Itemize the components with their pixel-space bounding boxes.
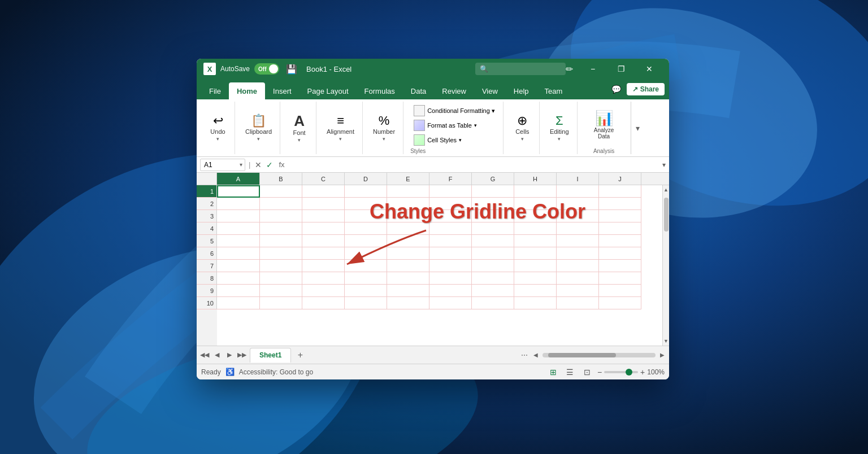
cell-f6[interactable] bbox=[429, 247, 472, 260]
zoom-slider[interactable] bbox=[604, 371, 638, 373]
h-scroll-menu[interactable]: ⋯ bbox=[520, 351, 529, 360]
cell-d3[interactable] bbox=[345, 210, 387, 222]
cell-j6[interactable] bbox=[599, 247, 641, 260]
cell-c5[interactable] bbox=[302, 235, 345, 247]
h-scroll-right[interactable]: ▶ bbox=[658, 351, 667, 360]
cell-f2[interactable] bbox=[429, 198, 472, 210]
cell-e1[interactable] bbox=[387, 185, 429, 198]
cell-e3[interactable] bbox=[387, 210, 429, 222]
expand-ribbon-button[interactable]: ▾ bbox=[631, 102, 644, 154]
vertical-scrollbar[interactable]: ▲ ▼ bbox=[662, 185, 669, 346]
sheet-nav-left-left[interactable]: ◀◀ bbox=[199, 350, 210, 361]
formula-confirm-button[interactable]: ✓ bbox=[265, 159, 274, 171]
cell-f3[interactable] bbox=[429, 210, 472, 222]
cell-g4[interactable] bbox=[472, 222, 514, 235]
col-header-e[interactable]: E bbox=[387, 173, 429, 185]
cell-h7[interactable] bbox=[514, 260, 557, 272]
cell-h6[interactable] bbox=[514, 247, 557, 260]
cell-j8[interactable] bbox=[599, 272, 641, 285]
formula-cancel-button[interactable]: ✕ bbox=[254, 159, 263, 171]
cell-f4[interactable] bbox=[429, 222, 472, 235]
zoom-out-button[interactable]: − bbox=[597, 368, 602, 377]
cell-b7[interactable] bbox=[260, 260, 302, 272]
cell-i2[interactable] bbox=[557, 198, 599, 210]
row-number-4[interactable]: 4 bbox=[197, 222, 217, 235]
cell-b1[interactable] bbox=[260, 185, 302, 198]
cell-d4[interactable] bbox=[345, 222, 387, 235]
conditional-formatting-button[interactable]: Conditional Formatting ▾ bbox=[410, 104, 498, 117]
formula-expand-button[interactable]: ▾ bbox=[662, 161, 666, 169]
cell-i3[interactable] bbox=[557, 210, 599, 222]
autosave-toggle[interactable]: Off bbox=[254, 63, 279, 75]
tab-formulas[interactable]: Formulas bbox=[357, 82, 403, 99]
tab-file[interactable]: File bbox=[201, 82, 229, 99]
cell-b5[interactable] bbox=[260, 235, 302, 247]
cell-i4[interactable] bbox=[557, 222, 599, 235]
tab-team[interactable]: Team bbox=[537, 82, 571, 99]
cell-h2[interactable] bbox=[514, 198, 557, 210]
row-number-10[interactable]: 10 bbox=[197, 297, 217, 309]
cell-e6[interactable] bbox=[387, 247, 429, 260]
cell-styles-button[interactable]: Cell Styles ▾ bbox=[410, 133, 498, 147]
cell-h10[interactable] bbox=[514, 297, 557, 309]
cell-d1[interactable] bbox=[345, 185, 387, 198]
cell-j10[interactable] bbox=[599, 297, 641, 309]
cell-j4[interactable] bbox=[599, 222, 641, 235]
cell-a5[interactable] bbox=[217, 235, 260, 247]
cell-b6[interactable] bbox=[260, 247, 302, 260]
row-number-7[interactable]: 7 bbox=[197, 260, 217, 272]
scrollbar-thumb[interactable] bbox=[664, 198, 669, 232]
cell-d2[interactable] bbox=[345, 198, 387, 210]
tab-help[interactable]: Help bbox=[506, 82, 537, 99]
cell-e10[interactable] bbox=[387, 297, 429, 309]
tab-review[interactable]: Review bbox=[434, 82, 474, 99]
row-number-8[interactable]: 8 bbox=[197, 272, 217, 285]
cell-f1[interactable] bbox=[429, 185, 472, 198]
cell-a4[interactable] bbox=[217, 222, 260, 235]
cell-d9[interactable] bbox=[345, 285, 387, 297]
comments-button[interactable]: 💬 bbox=[609, 81, 624, 97]
sheet-nav-right-right[interactable]: ▶▶ bbox=[236, 350, 248, 361]
cell-j3[interactable] bbox=[599, 210, 641, 222]
cell-e8[interactable] bbox=[387, 272, 429, 285]
cell-a2[interactable] bbox=[217, 198, 260, 210]
scroll-down-button[interactable]: ▼ bbox=[663, 337, 669, 346]
cell-i7[interactable] bbox=[557, 260, 599, 272]
editing-button[interactable]: Σ Editing ▾ bbox=[546, 112, 572, 144]
row-number-5[interactable]: 5 bbox=[197, 235, 217, 247]
cell-c7[interactable] bbox=[302, 260, 345, 272]
cell-j7[interactable] bbox=[599, 260, 641, 272]
alignment-button[interactable]: ≡ Alignment ▾ bbox=[323, 112, 358, 144]
cell-b9[interactable] bbox=[260, 285, 302, 297]
col-header-c[interactable]: C bbox=[302, 173, 345, 185]
cell-c10[interactable] bbox=[302, 297, 345, 309]
cell-h4[interactable] bbox=[514, 222, 557, 235]
undo-button[interactable]: ↩ Undo ▾ bbox=[207, 112, 229, 144]
scrollbar-track[interactable] bbox=[663, 194, 669, 337]
font-button[interactable]: A Font ▾ bbox=[288, 111, 311, 145]
h-scroll-thumb[interactable] bbox=[548, 353, 616, 357]
tab-home[interactable]: Home bbox=[229, 82, 265, 99]
cell-i6[interactable] bbox=[557, 247, 599, 260]
scroll-up-button[interactable]: ▲ bbox=[663, 185, 669, 194]
col-header-f[interactable]: F bbox=[429, 173, 472, 185]
cell-a10[interactable] bbox=[217, 297, 260, 309]
cell-a6[interactable] bbox=[217, 247, 260, 260]
search-box[interactable]: 🔍 bbox=[475, 63, 566, 75]
h-scroll-left[interactable]: ◀ bbox=[531, 351, 540, 360]
cell-g1[interactable] bbox=[472, 185, 514, 198]
tab-page-layout[interactable]: Page Layout bbox=[300, 82, 357, 99]
cell-j2[interactable] bbox=[599, 198, 641, 210]
page-layout-view-button[interactable]: ☰ bbox=[563, 365, 577, 379]
cell-d5[interactable] bbox=[345, 235, 387, 247]
zoom-slider-thumb[interactable] bbox=[626, 369, 632, 376]
analyze-data-button[interactable]: 📊 AnalyzeData bbox=[584, 107, 624, 142]
row-number-3[interactable]: 3 bbox=[197, 210, 217, 222]
share-button[interactable]: ↗ Share bbox=[627, 83, 665, 95]
cell-f7[interactable] bbox=[429, 260, 472, 272]
cell-h1[interactable] bbox=[514, 185, 557, 198]
cell-a9[interactable] bbox=[217, 285, 260, 297]
save-icon[interactable]: 💾 bbox=[286, 64, 297, 75]
col-header-i[interactable]: I bbox=[557, 173, 599, 185]
col-header-a[interactable]: A bbox=[217, 173, 260, 185]
